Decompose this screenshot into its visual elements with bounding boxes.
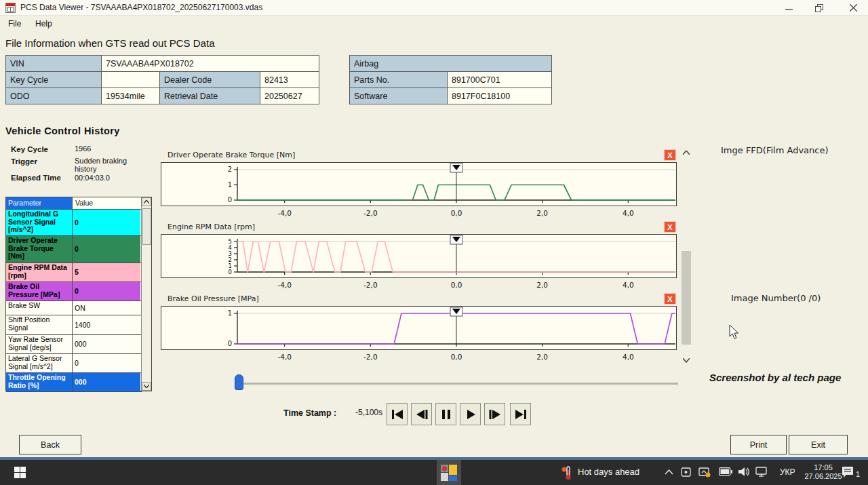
svg-text:4: 4 (229, 244, 232, 251)
retrieval-date-label: Retrieval Date (160, 88, 260, 104)
svg-text:0,0: 0,0 (451, 353, 462, 361)
parameter-name: Throttle Opening Ratio [%] (6, 373, 73, 391)
scroll-down-icon[interactable] (683, 358, 690, 363)
active-app-button[interactable] (437, 460, 461, 485)
tray-app-icon[interactable] (680, 467, 692, 478)
svg-text:-2,0: -2,0 (363, 281, 378, 289)
chart-close-button[interactable]: X (664, 293, 676, 305)
pause-button[interactable] (435, 403, 456, 425)
parameter-row[interactable]: Brake SWON (6, 301, 142, 315)
time-stamp-label: Time Stamp : (283, 408, 336, 418)
parameter-value: 000 (73, 335, 140, 353)
chart-plot: 01-4,0-2,00,02,04,0 (161, 306, 677, 363)
odo-value: 19534mile (102, 88, 160, 104)
notification-icon[interactable] (841, 465, 856, 479)
svg-text:-4,0: -4,0 (277, 281, 292, 289)
chart-close-button[interactable]: X (664, 221, 676, 233)
svg-text:2,0: 2,0 (536, 353, 548, 361)
svg-text:2,0: 2,0 (536, 209, 548, 217)
svg-text:0: 0 (229, 269, 232, 275)
pause-icon (441, 409, 452, 420)
menu-help[interactable]: Help (31, 18, 56, 30)
weather-text[interactable]: Hot days ahead (578, 467, 639, 477)
play-button[interactable] (460, 403, 481, 425)
svg-text:4,0: 4,0 (623, 353, 634, 361)
scroll-up-icon[interactable] (683, 151, 690, 155)
parameter-row[interactable]: Longitudinal G Sensor Signal [m/s^2]0 (6, 210, 142, 236)
scroll-down-icon[interactable] (142, 382, 151, 391)
tray-chevron-up-icon[interactable] (665, 469, 673, 475)
parameter-name: Lateral G Sensor Signal [m/s^2] (6, 354, 73, 372)
parameter-value: 5 (73, 263, 140, 282)
odo-label: ODO (6, 88, 102, 104)
svg-text:3: 3 (229, 250, 232, 257)
window-title: PCS Data Viewer - 7SVAAABA4PX018702_2025… (20, 3, 262, 12)
close-button[interactable] (843, 2, 863, 14)
play-icon (465, 409, 476, 420)
airbag-table: Airbag Parts No. 891700C701 Software 891… (349, 55, 552, 104)
svg-text:5: 5 (229, 238, 232, 245)
key-cycle-value (102, 72, 160, 88)
minimize-button[interactable] (778, 2, 799, 14)
step-back-button[interactable] (411, 403, 432, 425)
parameter-value: ON (73, 301, 140, 315)
exit-button[interactable]: Exit (789, 435, 848, 454)
hist-elapsed-label: Elapsed Time (11, 174, 61, 182)
speaker-icon[interactable] (738, 466, 750, 478)
section-title: Vehicle Control History (5, 125, 120, 136)
back-button[interactable]: Back (19, 435, 81, 454)
retrieval-date-value: 20250627 (260, 88, 319, 104)
parameter-row[interactable]: Throttle Opening Ratio [%]000 (6, 373, 142, 392)
chart-title: Driver Operate Brake Torque [Nm] (167, 151, 295, 159)
tray-share-icon[interactable] (698, 467, 711, 478)
parameter-name: Yaw Rate Sensor Signal [deg/s] (6, 335, 73, 353)
parameter-value: 0 (73, 210, 140, 235)
time-slider-thumb[interactable] (235, 374, 243, 390)
skip-to-start-button[interactable] (387, 403, 408, 425)
scroll-up-icon[interactable] (142, 197, 151, 206)
parameter-name: Longitudinal G Sensor Signal [m/s^2] (6, 210, 73, 235)
parameter-row[interactable]: Brake Oil Pressure [MPa]0 (6, 282, 142, 301)
svg-text:4,0: 4,0 (623, 281, 634, 289)
skip-to-end-button[interactable] (510, 403, 531, 425)
time-slider-track[interactable] (239, 383, 678, 385)
svg-text:0,0: 0,0 (451, 209, 462, 217)
taskbar: Поиск (0, 460, 868, 485)
language-indicator[interactable]: УКР (780, 467, 795, 477)
parameter-row[interactable]: Driver Operate Brake Torque [Nm]0 (6, 236, 142, 263)
menu-file[interactable]: File (4, 18, 25, 30)
dealer-code-label: Dealer Code (160, 72, 260, 88)
battery-icon[interactable] (719, 467, 732, 476)
title-bar: PCS Data Viewer - 7SVAAABA4PX018702_2025… (0, 0, 868, 16)
step-forward-button[interactable] (484, 403, 505, 425)
network-display-icon[interactable] (755, 467, 769, 478)
image-number-label: Image Number(0 /0) (731, 293, 821, 303)
scrollbar-thumb[interactable] (682, 251, 691, 345)
chart-panel-driver-operate-brake-torque-nm-: Driver Operate Brake Torque [Nm]X012-4,0… (161, 149, 677, 220)
svg-text:1: 1 (228, 181, 232, 189)
chart-close-button[interactable]: X (664, 149, 676, 161)
hist-trigger-value: Sudden braking history (75, 157, 137, 173)
start-button[interactable] (9, 462, 30, 482)
parameter-name: Brake Oil Pressure [MPa] (6, 282, 73, 300)
svg-text:2: 2 (229, 256, 232, 263)
taskbar-clock[interactable]: 17:05 27.06.2025 (804, 463, 842, 481)
hist-elapsed-value: 00:04:03.0 (75, 174, 110, 182)
parameter-row[interactable]: Yaw Rate Sensor Signal [deg/s]000 (6, 335, 142, 354)
menu-bar: File Help (0, 16, 868, 31)
weather-thermometer-icon (561, 465, 572, 480)
charts-scrollbar[interactable] (681, 149, 692, 365)
vin-label: VIN (6, 56, 102, 72)
svg-text:-2,0: -2,0 (363, 353, 378, 361)
print-button[interactable]: Print (730, 435, 787, 454)
parameter-table-scrollbar[interactable] (141, 197, 151, 391)
page-title: File Information when GTS read out PCS D… (5, 37, 214, 49)
airbag-title: Airbag (350, 56, 552, 72)
parameter-row[interactable]: Shift Position Signal1400 (6, 315, 142, 335)
parameter-row[interactable]: Lateral G Sensor Signal [m/s^2]0 (6, 354, 142, 373)
watermark-text: Screenshot by al tech page (709, 372, 841, 383)
scrollbar-thumb[interactable] (142, 208, 151, 245)
restore-button[interactable] (809, 2, 829, 14)
chart-title: Engine RPM Data [rpm] (167, 222, 255, 231)
parameter-row[interactable]: Engine RPM Data [rpm]5 (6, 263, 142, 282)
